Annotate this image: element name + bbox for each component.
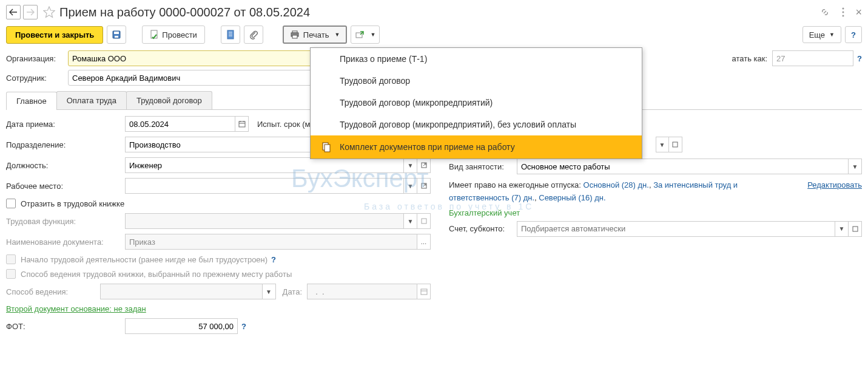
- chevron-down-icon: ▼: [370, 32, 375, 38]
- tab-payment[interactable]: Оплата труда: [56, 91, 127, 109]
- account-input[interactable]: [517, 221, 835, 237]
- second-document-link[interactable]: Второй документ основание: не задан: [6, 304, 146, 313]
- nav-back-button[interactable]: [6, 5, 21, 19]
- dropdown-button: ▼: [263, 284, 276, 299]
- print-button[interactable]: Печать ▼: [283, 26, 348, 44]
- position-input[interactable]: [125, 157, 404, 173]
- document-name-label: Наименование документа:: [6, 237, 125, 247]
- help-icon[interactable]: ?: [271, 255, 276, 264]
- help-icon[interactable]: ?: [857, 54, 862, 63]
- window-title: Прием на работу 0000-000027 от 08.05.202…: [59, 5, 819, 19]
- vacation-rights-text: Имеет право на ежегодные отпуска: Основн…: [449, 179, 795, 205]
- fot-label: ФОТ:: [6, 322, 125, 331]
- svg-point-2: [843, 15, 844, 17]
- employee-label: Сотрудник:: [6, 73, 68, 83]
- date2-label: Дата:: [283, 287, 302, 296]
- dropdown-button[interactable]: ▼: [835, 221, 849, 237]
- svg-rect-25: [673, 142, 678, 147]
- svg-rect-26: [853, 227, 858, 231]
- tab-contract[interactable]: Трудовой договор: [126, 91, 212, 109]
- edit-vacations-link[interactable]: Редактировать: [807, 179, 862, 192]
- open-icon: [672, 142, 678, 148]
- method-checkbox-label: Способ ведения трудовой книжки, выбранны…: [21, 270, 292, 279]
- chevron-down-icon: ▼: [829, 32, 835, 38]
- open-icon: [421, 218, 427, 224]
- print-as-label: атать как:: [732, 54, 768, 63]
- calendar-icon: [420, 288, 428, 295]
- organization-input[interactable]: [68, 50, 311, 66]
- kebab-menu-icon[interactable]: [837, 6, 849, 18]
- employment-type-label: Вид занятости:: [449, 162, 517, 171]
- open-icon: [421, 183, 427, 189]
- svg-rect-22: [422, 219, 426, 223]
- open-ref-button[interactable]: [417, 178, 431, 194]
- attach-button[interactable]: [244, 26, 263, 44]
- export-button[interactable]: ▼: [351, 26, 380, 44]
- post-button[interactable]: Провести: [142, 26, 205, 44]
- calendar-button[interactable]: [235, 116, 249, 132]
- menu-item-order-t1[interactable]: Приказ о приеме (Т-1): [311, 48, 642, 70]
- report-button[interactable]: [221, 26, 240, 44]
- svg-rect-5: [115, 36, 118, 38]
- method-input: [100, 284, 263, 299]
- department-label: Подразделение:: [6, 140, 125, 149]
- tab-main[interactable]: Главное: [6, 92, 57, 110]
- hire-date-input[interactable]: [125, 116, 235, 132]
- chevron-down-icon: ▼: [334, 32, 340, 38]
- post-icon: [150, 30, 158, 39]
- calendar-icon: [238, 120, 246, 128]
- help-icon[interactable]: ?: [241, 322, 246, 331]
- post-and-close-button[interactable]: Провести и закрыть: [6, 26, 103, 44]
- open-ref-button[interactable]: [669, 137, 682, 152]
- reflect-checkbox[interactable]: [6, 199, 16, 208]
- employee-input[interactable]: [68, 70, 311, 86]
- open-ref-button[interactable]: [417, 157, 431, 173]
- favorite-star-icon[interactable]: [42, 5, 56, 19]
- menu-item-labor-contract-micro[interactable]: Трудовой договор (микропредприятий): [311, 92, 642, 114]
- more-button[interactable]: Еще ▼: [802, 26, 841, 43]
- open-icon: [852, 226, 858, 232]
- accounting-section-label: Бухгалтерский учет: [449, 208, 862, 217]
- dropdown-button[interactable]: ▼: [404, 157, 417, 173]
- workplace-input[interactable]: [125, 178, 404, 194]
- dropdown-button[interactable]: ▼: [404, 178, 417, 194]
- help-button[interactable]: ?: [845, 26, 862, 43]
- method-label: Способ ведения:: [6, 287, 100, 296]
- open-ref-button[interactable]: [849, 221, 862, 237]
- link-icon[interactable]: [819, 6, 831, 18]
- svg-rect-4: [114, 32, 119, 34]
- more-button-label: Еще: [809, 30, 825, 39]
- dropdown-button[interactable]: ▼: [656, 137, 669, 152]
- print-as-input[interactable]: [772, 50, 853, 66]
- save-icon: [112, 30, 121, 39]
- paperclip-icon: [249, 30, 258, 39]
- printer-icon: [290, 30, 300, 39]
- menu-item-labor-contract[interactable]: Трудовой договор: [311, 70, 642, 92]
- export-icon: [355, 30, 365, 39]
- workplace-label: Рабочее место:: [6, 182, 125, 191]
- svg-rect-13: [292, 35, 297, 38]
- print-button-label: Печать: [303, 30, 329, 39]
- calendar-button: [417, 284, 431, 299]
- print-dropdown-menu: Приказ о приеме (Т-1) Трудовой договор Т…: [310, 47, 642, 159]
- documents-icon: [319, 142, 334, 152]
- dropdown-button[interactable]: ▼: [849, 159, 862, 174]
- svg-point-1: [843, 12, 844, 13]
- svg-rect-7: [227, 30, 234, 39]
- document-name-input: [125, 234, 417, 250]
- hire-date-label: Дата приема:: [6, 120, 125, 129]
- save-button[interactable]: [107, 26, 126, 44]
- start-activity-checkbox: [6, 254, 16, 264]
- svg-rect-15: [239, 121, 245, 127]
- arrow-right-icon: [26, 9, 35, 16]
- menu-item-document-set[interactable]: Комплект документов при приеме на работу: [311, 135, 642, 159]
- employment-type-input[interactable]: [517, 159, 849, 174]
- close-button[interactable]: ×: [855, 6, 862, 19]
- account-label: Счет, субконто:: [449, 224, 517, 233]
- report-icon: [226, 30, 235, 39]
- open-icon: [421, 162, 427, 168]
- reflect-checkbox-label: Отразить в трудовой книжке: [21, 199, 124, 208]
- menu-item-labor-contract-micro-nopay[interactable]: Трудовой договор (микропредприятий), без…: [311, 114, 642, 135]
- nav-forward-button[interactable]: [23, 5, 38, 19]
- fot-input[interactable]: [125, 318, 238, 334]
